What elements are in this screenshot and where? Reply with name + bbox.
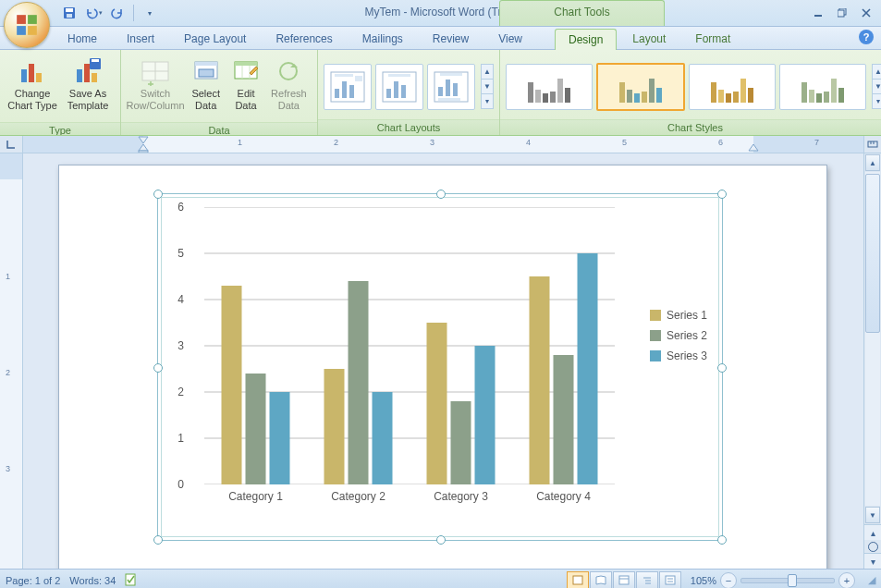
select-data-icon — [191, 56, 221, 86]
help-button[interactable]: ? — [859, 30, 874, 44]
tab-references[interactable]: References — [262, 28, 346, 49]
zoom-slider[interactable] — [740, 578, 835, 583]
svg-marker-49 — [139, 144, 148, 151]
svg-rect-63 — [246, 374, 266, 484]
change-chart-type-icon — [18, 56, 47, 86]
redo-button[interactable] — [107, 3, 128, 23]
chart-style-3[interactable] — [689, 64, 776, 110]
svg-rect-19 — [92, 59, 99, 62]
chart-layout-3[interactable] — [427, 64, 475, 110]
gallery-up-button[interactable]: ▲ — [481, 64, 494, 80]
svg-rect-81 — [666, 576, 675, 584]
svg-rect-45 — [453, 83, 458, 96]
group-label-chart-layouts: Chart Layouts — [318, 119, 499, 135]
tab-format[interactable]: Format — [681, 28, 744, 49]
edit-data-button[interactable]: Edit Data — [227, 54, 263, 122]
restore-button[interactable] — [831, 4, 853, 22]
previous-page-button[interactable]: ▴ — [864, 524, 881, 540]
document-area[interactable]: 6 5 4 3 2 1 0 — [23, 153, 863, 569]
tab-review[interactable]: Review — [419, 28, 483, 49]
status-proofing-button[interactable] — [125, 573, 140, 588]
svg-rect-46 — [438, 98, 460, 101]
close-button[interactable] — [855, 4, 877, 22]
print-layout-view-button[interactable] — [567, 571, 589, 588]
select-data-button[interactable]: Select Data — [186, 54, 226, 122]
chart-layout-1[interactable] — [324, 64, 372, 110]
tab-home[interactable]: Home — [54, 28, 111, 49]
chevron-down-icon: ▾ — [148, 9, 152, 18]
browse-object-icon — [868, 542, 878, 552]
qat-customize-button[interactable]: ▾ — [140, 3, 160, 23]
svg-rect-67 — [373, 392, 393, 484]
svg-rect-3 — [28, 26, 37, 35]
office-button[interactable] — [4, 2, 50, 48]
resize-grip[interactable]: ◢ — [868, 574, 875, 586]
chart-layout-2[interactable] — [375, 64, 423, 110]
group-chart-layouts: ▲ ▼ ▾ Chart Layouts — [318, 50, 500, 135]
save-as-template-button[interactable]: Save As Template — [61, 54, 115, 122]
svg-rect-36 — [335, 74, 353, 77]
close-icon — [862, 8, 871, 18]
zoom-controls: 105% − + — [691, 572, 855, 589]
gallery-more-button[interactable]: ▾ — [481, 94, 494, 109]
status-words[interactable]: Words: 34 — [69, 575, 116, 586]
gallery-up-button[interactable]: ▲ — [872, 64, 881, 80]
full-screen-reading-view-button[interactable] — [590, 571, 612, 588]
scroll-up-button[interactable]: ▲ — [865, 154, 880, 171]
outline-view-button[interactable] — [636, 571, 658, 588]
chart-style-4[interactable] — [779, 64, 866, 110]
chart-style-2[interactable] — [596, 63, 685, 111]
vertical-scrollbar: ▲ ▼ ▴ ▾ — [863, 153, 881, 569]
tab-selector[interactable] — [0, 136, 23, 153]
legend-swatch-icon — [650, 310, 661, 321]
chart-object[interactable]: 6 5 4 3 2 1 0 — [157, 193, 723, 541]
gallery-more-button[interactable]: ▾ — [872, 94, 881, 109]
svg-rect-12 — [21, 69, 27, 82]
web-layout-view-button[interactable] — [613, 571, 635, 588]
tab-mailings[interactable]: Mailings — [349, 28, 417, 49]
chart-style-1[interactable] — [506, 64, 593, 110]
zoom-slider-thumb[interactable] — [788, 574, 797, 587]
svg-rect-72 — [554, 355, 574, 484]
svg-marker-51 — [749, 144, 758, 151]
status-page[interactable]: Page: 1 of 2 — [6, 575, 60, 586]
minimize-button[interactable] — [807, 4, 829, 22]
minimize-icon — [814, 8, 823, 18]
gallery-down-button[interactable]: ▼ — [872, 80, 881, 94]
zoom-out-button[interactable]: − — [720, 572, 737, 589]
browse-object-button[interactable] — [864, 540, 881, 553]
group-chart-styles: ▲ ▼ ▾ Chart Styles — [500, 50, 881, 135]
x-axis-labels: Category 1Category 2 Category 3Category … — [204, 490, 615, 503]
zoom-level[interactable]: 105% — [691, 575, 716, 586]
undo-icon — [85, 6, 98, 19]
right-indent-icon[interactable] — [748, 144, 759, 153]
zoom-in-button[interactable]: + — [838, 572, 855, 589]
tab-insert[interactable]: Insert — [113, 28, 168, 49]
next-page-button[interactable]: ▾ — [864, 553, 881, 569]
tab-view[interactable]: View — [484, 28, 536, 49]
tab-page-layout[interactable]: Page Layout — [170, 28, 260, 49]
tab-design[interactable]: Design — [555, 29, 617, 50]
svg-rect-27 — [235, 62, 257, 66]
scroll-down-button[interactable]: ▼ — [865, 507, 880, 523]
svg-rect-44 — [446, 80, 450, 96]
vertical-ruler[interactable]: 1 2 3 — [0, 153, 23, 569]
tab-layout[interactable]: Layout — [618, 28, 679, 49]
ruler-toggle-button[interactable] — [863, 136, 881, 153]
svg-rect-41 — [388, 74, 410, 77]
horizontal-ruler[interactable]: 1 2 3 4 5 6 7 — [23, 136, 863, 153]
svg-rect-6 — [67, 14, 72, 18]
title-bar: ▾ ▾ MyTem - Microsoft Word (Trial) Chart… — [0, 0, 881, 27]
draft-view-button[interactable] — [659, 571, 681, 588]
scroll-thumb[interactable] — [865, 174, 880, 333]
chart-plot — [204, 207, 615, 484]
gallery-down-button[interactable]: ▼ — [481, 80, 494, 94]
change-chart-type-button[interactable]: Change Chart Type — [6, 54, 59, 122]
undo-button[interactable]: ▾ — [83, 3, 104, 23]
scroll-track[interactable] — [865, 172, 880, 506]
quick-access-toolbar: ▾ ▾ — [54, 0, 165, 26]
save-button[interactable] — [59, 3, 80, 23]
svg-rect-25 — [199, 69, 214, 77]
save-as-template-icon — [73, 56, 103, 86]
hanging-indent-icon[interactable] — [138, 144, 149, 153]
